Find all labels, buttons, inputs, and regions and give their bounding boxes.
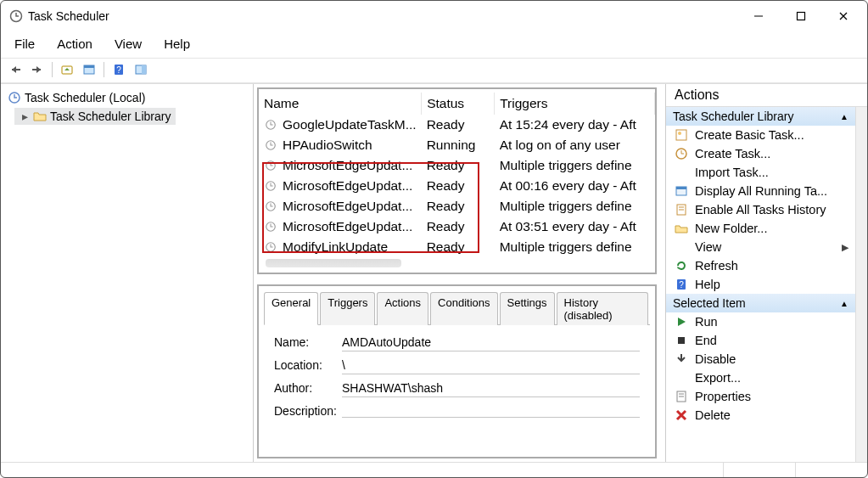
- svg-point-21: [678, 132, 681, 135]
- forward-button[interactable]: [28, 60, 47, 79]
- action-view[interactable]: View▶: [666, 238, 855, 256]
- detail-tabs: General Triggers Actions Conditions Sett…: [264, 291, 650, 325]
- value-description[interactable]: [342, 404, 640, 418]
- action-export[interactable]: Export...: [666, 368, 855, 387]
- svg-rect-2: [798, 13, 805, 20]
- clock-icon: [264, 179, 277, 193]
- action-run[interactable]: Run: [666, 312, 855, 331]
- action-display-running[interactable]: Display All Running Ta...: [666, 182, 855, 200]
- task-name: HPAudioSwitch: [283, 138, 372, 153]
- task-row[interactable]: ModifyLinkUpdateReadyMultiple triggers d…: [259, 237, 655, 257]
- svg-rect-20: [676, 130, 686, 140]
- task-triggers: At 00:16 every day - Aft: [495, 176, 655, 196]
- action-help[interactable]: ?Help: [666, 275, 855, 294]
- label-location: Location:: [274, 358, 342, 374]
- menu-file[interactable]: File: [9, 35, 40, 53]
- refresh-icon: [675, 259, 688, 273]
- delete-icon: [675, 408, 688, 422]
- tree-child-library[interactable]: ▸ Task Scheduler Library: [14, 108, 176, 125]
- actions-header: Actions: [666, 84, 867, 107]
- new-folder-icon: [675, 222, 688, 235]
- statusbar: [1, 462, 867, 477]
- action-end[interactable]: End: [666, 331, 855, 350]
- properties-button[interactable]: [80, 60, 98, 79]
- label-description: Description:: [274, 404, 342, 418]
- action-enable-history[interactable]: Enable All Tasks History: [666, 200, 855, 219]
- task-name: MicrosoftEdgeUpdat...: [283, 158, 412, 173]
- history-icon: [675, 203, 688, 217]
- action-refresh[interactable]: Refresh: [666, 256, 855, 275]
- action-properties[interactable]: Properties: [666, 387, 855, 406]
- menu-action[interactable]: Action: [52, 35, 98, 53]
- close-button[interactable]: [828, 4, 859, 28]
- run-icon: [675, 315, 688, 329]
- task-status: Ready: [422, 176, 495, 196]
- col-name[interactable]: Name: [259, 93, 422, 115]
- svg-text:?: ?: [116, 65, 121, 75]
- action-create-basic[interactable]: Create Basic Task...: [666, 126, 855, 144]
- actions-pane: Actions Task Scheduler Library ▲ Create …: [665, 84, 867, 462]
- label-author: Author:: [274, 381, 342, 397]
- task-row[interactable]: MicrosoftEdgeUpdat...ReadyMultiple trigg…: [259, 155, 655, 176]
- action-disable[interactable]: Disable: [666, 350, 855, 368]
- svg-rect-24: [676, 187, 686, 189]
- value-name[interactable]: AMDAutoUpdate: [342, 335, 640, 351]
- task-triggers: At 03:51 every day - Aft: [495, 217, 655, 237]
- vertical-scrollbar[interactable]: [855, 107, 867, 462]
- task-status: Ready: [422, 115, 495, 135]
- section-library[interactable]: Task Scheduler Library ▲: [666, 107, 855, 126]
- end-icon: [675, 334, 688, 347]
- section-library-title: Task Scheduler Library: [673, 110, 793, 123]
- section-selected[interactable]: Selected Item ▲: [666, 294, 855, 312]
- section-selected-title: Selected Item: [673, 296, 746, 310]
- action-new-folder[interactable]: New Folder...: [666, 219, 855, 238]
- titlebar: Task Scheduler: [1, 1, 867, 31]
- body: Task Scheduler (Local) ▸ Task Scheduler …: [1, 83, 867, 462]
- task-name: ModifyLinkUpdate: [283, 239, 388, 255]
- task-row[interactable]: HPAudioSwitchRunningAt log on of any use…: [259, 135, 655, 155]
- svg-rect-11: [142, 65, 146, 74]
- tab-actions[interactable]: Actions: [377, 292, 428, 325]
- toolbar: ?: [1, 58, 867, 83]
- menu-help[interactable]: Help: [159, 35, 195, 53]
- task-triggers: At 15:24 every day - Aft: [495, 115, 655, 135]
- task-row[interactable]: MicrosoftEdgeUpdat...ReadyMultiple trigg…: [259, 196, 655, 217]
- back-button[interactable]: [6, 60, 25, 79]
- action-create-task[interactable]: Create Task...: [666, 144, 855, 163]
- maximize-button[interactable]: [786, 4, 816, 28]
- tab-triggers[interactable]: Triggers: [320, 292, 375, 325]
- task-status: Ready: [422, 196, 495, 217]
- up-button[interactable]: [58, 60, 76, 79]
- task-name: MicrosoftEdgeUpdat...: [283, 199, 412, 214]
- task-row[interactable]: GoogleUpdateTaskM...ReadyAt 15:24 every …: [259, 115, 655, 135]
- task-status: Ready: [422, 217, 495, 237]
- action-import[interactable]: Import Task...: [666, 163, 855, 182]
- show-pane-button[interactable]: [132, 60, 150, 79]
- minimize-button[interactable]: [743, 4, 774, 28]
- menu-view[interactable]: View: [109, 35, 147, 53]
- task-status: Running: [422, 135, 495, 155]
- tab-history[interactable]: History (disabled): [557, 292, 648, 325]
- tree-root[interactable]: Task Scheduler (Local): [4, 89, 249, 106]
- tree-pane: Task Scheduler (Local) ▸ Task Scheduler …: [1, 84, 254, 462]
- horizontal-scrollbar[interactable]: [266, 259, 401, 267]
- task-row[interactable]: MicrosoftEdgeUpdat...ReadyAt 00:16 every…: [259, 176, 655, 196]
- task-triggers: At log on of any user: [495, 135, 655, 155]
- task-triggers: Multiple triggers define: [495, 196, 655, 217]
- help-button[interactable]: ?: [109, 60, 128, 79]
- col-triggers[interactable]: Triggers: [495, 93, 655, 115]
- tab-conditions[interactable]: Conditions: [430, 292, 497, 325]
- clock-icon: [264, 220, 277, 233]
- tab-settings[interactable]: Settings: [500, 292, 555, 325]
- value-author: SHASHWAT\shash: [342, 381, 640, 397]
- toolbar-separator: [52, 62, 53, 77]
- menubar: File Action View Help: [1, 31, 867, 58]
- task-name: GoogleUpdateTaskM...: [283, 117, 417, 132]
- task-row[interactable]: MicrosoftEdgeUpdat...ReadyAt 03:51 every…: [259, 217, 655, 237]
- col-status[interactable]: Status: [422, 93, 495, 115]
- tab-general[interactable]: General: [264, 292, 318, 325]
- task-table: Name Status Triggers GoogleUpdateTaskM..…: [259, 93, 655, 257]
- task-name: MicrosoftEdgeUpdat...: [283, 178, 412, 194]
- action-delete[interactable]: Delete: [666, 406, 855, 425]
- svg-text:?: ?: [679, 280, 684, 290]
